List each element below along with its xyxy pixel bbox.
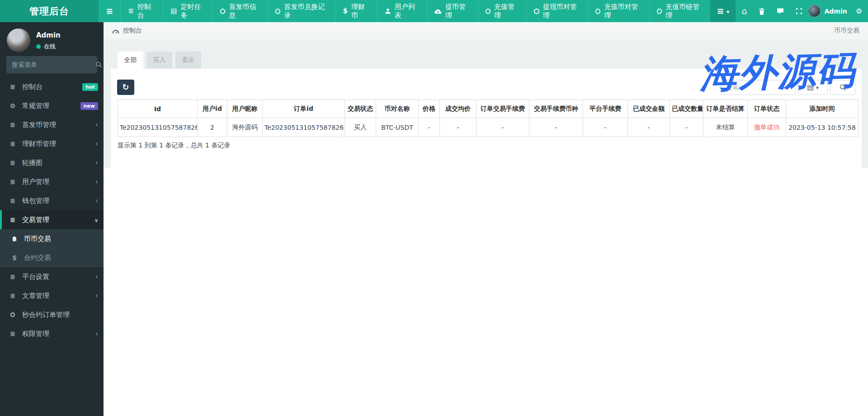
online-dot-icon <box>36 44 41 49</box>
cell-user-nickname: 海外源码 <box>227 118 263 137</box>
table-row[interactable]: Te202305131057587826 2 海外源码 Te2023051310… <box>118 118 859 137</box>
gears-icon <box>856 8 862 15</box>
col-avg-price[interactable]: 成交均价 <box>440 100 476 118</box>
main-content: 控制台 币币交易 全部 买入 卖出 <box>104 22 868 416</box>
refresh-button[interactable] <box>117 80 134 95</box>
topnav-item-recharge-pair[interactable]: 充值币对管理 <box>588 0 649 22</box>
gears-icon <box>8 103 17 109</box>
avatar <box>7 28 30 52</box>
table-panel: Id 用户id 用户昵称 订单id 交易状态 币对名称 价格 成交均价 订单交易… <box>111 69 862 168</box>
sidebar-item-contract-trade[interactable]: 合约交易 <box>0 248 104 267</box>
circle-icon <box>657 9 662 14</box>
tab-buy[interactable]: 买入 <box>146 52 172 69</box>
chevron-left-icon <box>95 141 98 147</box>
sidebar-user-status: 在线 <box>36 43 61 51</box>
sidebar-item-finance-coin[interactable]: 理财币管理 <box>0 134 104 153</box>
cloud-upload-icon <box>434 8 442 14</box>
col-platform-fee[interactable]: 平台手续费 <box>583 100 628 118</box>
sidebar-item-carousel[interactable]: 轮播图 <box>0 153 104 172</box>
sidebar-item-console[interactable]: 控制台hot <box>0 77 104 96</box>
col-created-at[interactable]: 添加时间 <box>786 100 859 118</box>
col-filled-qty[interactable]: 已成交数量 <box>670 100 703 118</box>
breadcrumb-label[interactable]: 控制台 <box>123 27 142 35</box>
topnav-item-withdraw-pair[interactable]: 提现币对管理 <box>526 0 588 22</box>
sidebar-search-input[interactable] <box>6 61 96 68</box>
sidebar-item-ico-manage[interactable]: 首发币管理 <box>0 115 104 134</box>
topnav-item-recharge[interactable]: 充值管理 <box>478 0 527 22</box>
list-icon <box>8 141 17 147</box>
list-icon <box>8 122 17 128</box>
sidebar-item-general[interactable]: 常规管理new <box>0 96 104 115</box>
topnav-item-finance-coin[interactable]: 理财币 <box>335 0 377 22</box>
circle-icon <box>275 9 280 14</box>
app-title: 管理后台 <box>0 0 99 22</box>
columns-dropdown-button[interactable] <box>798 80 828 95</box>
sidebar-item-articles[interactable]: 文章管理 <box>0 286 104 305</box>
bitcoin-icon <box>10 236 19 242</box>
list-icon <box>8 293 17 299</box>
col-user-nickname[interactable]: 用户昵称 <box>227 100 263 118</box>
sidebar-item-permissions[interactable]: 权限管理 <box>0 324 104 343</box>
filter-tabs: 全部 买入 卖出 <box>118 52 201 69</box>
col-order-fee[interactable]: 订单交易手续费 <box>476 100 529 118</box>
home-button[interactable] <box>736 0 753 22</box>
topnav-item-recharge-chain[interactable]: 充值币链管理 <box>649 0 711 22</box>
table-header-row: Id 用户id 用户昵称 订单id 交易状态 币对名称 价格 成交均价 订单交易… <box>118 100 859 118</box>
sidebar-item-wallet[interactable]: 钱包管理 <box>0 191 104 210</box>
topnav-item-console[interactable]: 控制台 <box>120 0 163 22</box>
col-order-id[interactable]: 订单id <box>263 100 345 118</box>
orders-table: Id 用户id 用户昵称 订单id 交易状态 币对名称 价格 成交均价 订单交易… <box>118 99 859 137</box>
message-button[interactable] <box>771 0 790 22</box>
cell-pair-name: BTC-USDT <box>376 118 419 137</box>
columns-icon <box>807 84 814 91</box>
sidebar-item-spot-trade[interactable]: 币币交易 <box>0 229 104 248</box>
list-icon <box>8 331 17 337</box>
tab-all[interactable]: 全部 <box>118 52 143 69</box>
circle-icon <box>8 312 17 318</box>
cell-filled-qty: - <box>670 118 703 137</box>
sidebar-item-users[interactable]: 用户管理 <box>0 172 104 191</box>
list-icon <box>8 84 17 90</box>
col-settled[interactable]: 订单是否结算 <box>703 100 748 118</box>
breadcrumb: 控制台 币币交易 <box>104 22 868 40</box>
chevron-left-icon <box>95 179 98 185</box>
col-order-status[interactable]: 订单状态 <box>748 100 786 118</box>
circle-icon <box>220 9 225 14</box>
sidebar-toggle-button[interactable] <box>99 0 120 22</box>
sidebar-menu: 控制台hot 常规管理new 首发币管理 理财币管理 轮播图 用户管理 钱包管理… <box>0 77 104 343</box>
cell-platform-fee: - <box>583 118 628 137</box>
table-search-input[interactable] <box>721 80 796 95</box>
tab-sell[interactable]: 卖出 <box>175 52 201 69</box>
col-id[interactable]: Id <box>118 100 198 118</box>
col-fee-currency[interactable]: 交易手续费币种 <box>529 100 583 118</box>
topnav-item-withdraw-coin[interactable]: 提币管理 <box>427 0 477 22</box>
page-title: 币币交易 <box>834 27 859 35</box>
col-trade-status[interactable]: 交易状态 <box>345 100 376 118</box>
cell-settled: 未结算 <box>703 118 748 137</box>
hamburger-icon <box>106 7 113 15</box>
col-filled-amount[interactable]: 已成交金额 <box>628 100 670 118</box>
topnav-item-user-list[interactable]: 用户列表 <box>377 0 427 22</box>
fullscreen-button[interactable] <box>790 0 808 22</box>
topnav-item-ico-exchange[interactable]: 首发币兑换记录 <box>268 0 335 22</box>
col-user-id[interactable]: 用户id <box>198 100 227 118</box>
col-pair-name[interactable]: 币对名称 <box>376 100 419 118</box>
list-icon <box>8 217 17 223</box>
sidebar-item-trade[interactable]: 交易管理 <box>0 210 104 229</box>
sidebar: Admin 在线 控制台hot 常规管理new 首发币管理 理财币管理 轮播图 … <box>0 22 104 416</box>
nav-dropdown-button[interactable] <box>710 0 736 22</box>
topnav-item-ico-info[interactable]: 首发币信息 <box>212 0 268 22</box>
topnav-right: Admin <box>710 0 868 22</box>
clear-cache-button[interactable] <box>753 0 771 22</box>
search-submit-button[interactable] <box>830 80 855 95</box>
topnav-item-cron[interactable]: 定时任务 <box>163 0 212 22</box>
sidebar-item-platform-settings[interactable]: 平台设置 <box>0 267 104 286</box>
top-navbar: 管理后台 控制台 定时任务 首发币信息 首发币兑换记录 理财币 用户列表 提币管… <box>0 0 868 22</box>
cell-user-id: 2 <box>198 118 227 137</box>
cell-created-at: 2023-05-13 10:57:58 <box>786 118 859 137</box>
search-button[interactable] <box>96 61 102 68</box>
user-menu[interactable]: Admin <box>808 5 849 17</box>
settings-button[interactable] <box>850 0 868 22</box>
sidebar-item-second-contract-orders[interactable]: 秒合约订单管理 <box>0 305 104 324</box>
col-price[interactable]: 价格 <box>419 100 440 118</box>
